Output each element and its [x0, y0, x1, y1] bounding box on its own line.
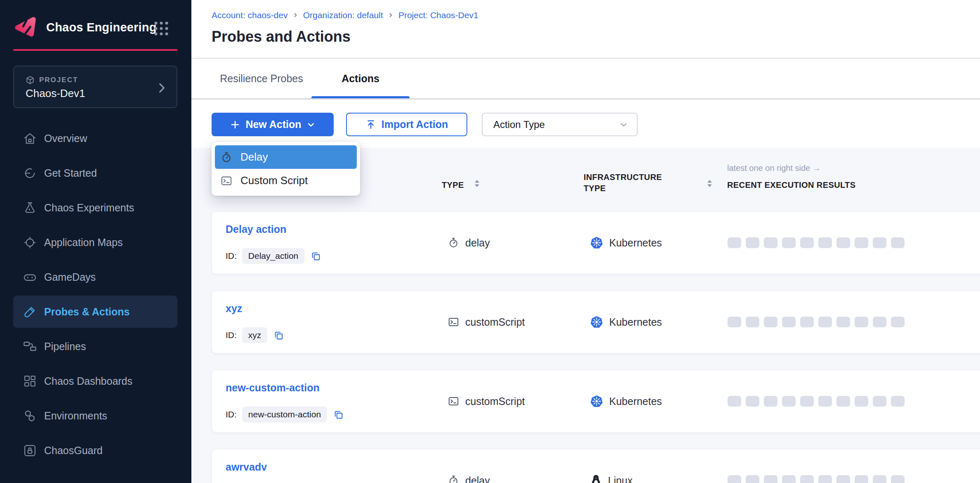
new-action-button[interactable]: New Action: [212, 113, 334, 136]
execution-result-placeholder: [764, 237, 777, 248]
execution-result-placeholder: [746, 396, 759, 407]
breadcrumb-project-link[interactable]: Project: Chaos-Dev1: [398, 10, 478, 20]
sidebar-item-application-maps[interactable]: Application Maps: [13, 226, 177, 258]
action-id-row: ID: xyz: [226, 327, 284, 343]
menu-item-label: Custom Script: [240, 174, 308, 187]
chevron-down-icon: [307, 121, 315, 129]
infrastructure-value: Kubernetes: [609, 237, 662, 249]
sort-icon[interactable]: [474, 180, 480, 187]
project-name: Chaos-Dev1: [26, 87, 85, 100]
tab-divider: [191, 98, 980, 99]
execution-result-placeholder: [800, 317, 814, 327]
brand-divider: [13, 49, 177, 51]
execution-result-placeholder: [836, 237, 850, 248]
breadcrumb-separator: ›: [389, 9, 392, 20]
execution-result-placeholder: [873, 317, 886, 327]
kubernetes-icon: [590, 395, 603, 407]
kubernetes-icon: [590, 237, 603, 249]
new-action-label: New Action: [245, 118, 301, 130]
type-cell: delay: [448, 475, 490, 483]
execution-result-placeholder: [855, 317, 868, 327]
upload-icon: [365, 119, 376, 130]
sidebar-item-probes-and-actions[interactable]: Probes & Actions: [13, 296, 177, 328]
linux-icon: [590, 474, 602, 483]
action-name-link[interactable]: xyz: [226, 303, 242, 315]
id-label: ID:: [226, 330, 237, 340]
action-type-select[interactable]: Action Type: [482, 113, 638, 136]
breadcrumb-separator: ›: [294, 9, 297, 20]
action-id-value: Delay_action: [242, 248, 304, 264]
execution-result-placeholder: [746, 237, 759, 248]
sidebar-item-chaos-experiments[interactable]: Chaos Experiments: [13, 192, 177, 224]
target-icon: [23, 236, 37, 249]
sidebar-item-overview[interactable]: Overview: [13, 122, 177, 154]
sidebar-item-gamedays[interactable]: GameDays: [13, 261, 177, 293]
flask-icon: [23, 201, 37, 215]
stopwatch-icon: [448, 237, 459, 249]
recent-execution-results: [728, 317, 905, 327]
sidebar-item-pipelines[interactable]: Pipelines: [13, 330, 177, 362]
menu-item-label: Delay: [240, 151, 268, 163]
execution-result-placeholder: [891, 317, 905, 327]
execution-result-placeholder: [818, 396, 832, 407]
execution-result-placeholder: [764, 396, 777, 407]
menu-item-custom-script[interactable]: Custom Script: [215, 169, 357, 192]
execution-result-placeholder: [728, 317, 741, 327]
execution-result-placeholder: [818, 475, 832, 483]
actions-table: TYPE INFRASTRUCTURE TYPE latest one on r…: [191, 148, 980, 483]
sidebar-item-label: Probes & Actions: [44, 306, 130, 318]
column-header-infrastructure-type: INFRASTRUCTURE TYPE: [584, 172, 662, 194]
action-id-value: new-custom-action: [242, 407, 327, 422]
action-id-row: ID: Delay_action: [226, 248, 321, 264]
sidebar-item-label: Chaos Experiments: [44, 202, 134, 214]
execution-result-placeholder: [873, 396, 886, 407]
app-switcher-grid-icon[interactable]: [153, 21, 169, 36]
execution-result-placeholder: [891, 396, 905, 407]
copy-icon[interactable]: [311, 251, 321, 261]
action-type-value: Action Type: [493, 119, 545, 130]
infrastructure-value: Kubernetes: [609, 395, 662, 407]
execution-result-placeholder: [873, 475, 886, 483]
sort-icon[interactable]: [707, 180, 713, 187]
recent-results-hint: latest one on right side →: [727, 163, 821, 173]
execution-result-placeholder: [855, 237, 868, 248]
menu-item-delay[interactable]: Delay: [215, 145, 357, 169]
import-action-button[interactable]: Import Action: [346, 113, 467, 136]
tab-resilience-probes[interactable]: Resilience Probes: [212, 59, 311, 99]
execution-result-placeholder: [800, 237, 814, 248]
type-value: customScript: [465, 395, 525, 407]
app-title: Chaos Engineering: [46, 21, 157, 34]
sidebar-item-label: Application Maps: [44, 237, 122, 249]
recent-execution-results: [728, 396, 905, 407]
sidebar-item-chaosguard[interactable]: ChaosGuard: [13, 434, 177, 466]
sidebar-nav: Overview Get Started Chaos Experiments A…: [0, 122, 191, 469]
breadcrumb-account-link[interactable]: Account: chaos-dev: [212, 10, 287, 20]
breadcrumb-organization-link[interactable]: Organization: default: [303, 10, 383, 20]
execution-result-placeholder: [836, 475, 850, 483]
execution-result-placeholder: [800, 475, 814, 483]
sidebar-item-label: ChaosGuard: [44, 445, 103, 457]
sidebar-item-label: Environments: [44, 410, 107, 422]
tab-actions[interactable]: Actions: [311, 59, 410, 99]
project-selector[interactable]: PROJECT Chaos-Dev1: [13, 66, 177, 108]
page-title: Probes and Actions: [212, 28, 351, 45]
type-cell: customScript: [448, 395, 525, 407]
execution-result-placeholder: [764, 317, 777, 327]
sidebar-item-label: Chaos Dashboards: [44, 375, 132, 387]
sidebar-item-label: Overview: [44, 133, 87, 144]
sidebar-item-environments[interactable]: Environments: [13, 400, 177, 432]
copy-icon[interactable]: [333, 410, 344, 420]
stopwatch-icon: [221, 152, 232, 163]
chaos-engineering-logo-icon[interactable]: [14, 14, 38, 39]
sidebar-item-label: Get Started: [44, 167, 97, 179]
action-name-link[interactable]: awrvadv: [226, 461, 267, 473]
infrastructure-cell: Kubernetes: [590, 316, 662, 328]
action-name-link[interactable]: new-custom-action: [226, 382, 320, 394]
execution-result-placeholder: [818, 317, 832, 327]
sidebar-item-get-started[interactable]: Get Started: [13, 157, 177, 189]
action-name-link[interactable]: Delay action: [226, 223, 286, 235]
sidebar-item-chaos-dashboards[interactable]: Chaos Dashboards: [13, 365, 177, 397]
copy-icon[interactable]: [273, 330, 284, 341]
chevron-right-icon: [159, 83, 165, 93]
kubernetes-icon: [590, 316, 603, 328]
